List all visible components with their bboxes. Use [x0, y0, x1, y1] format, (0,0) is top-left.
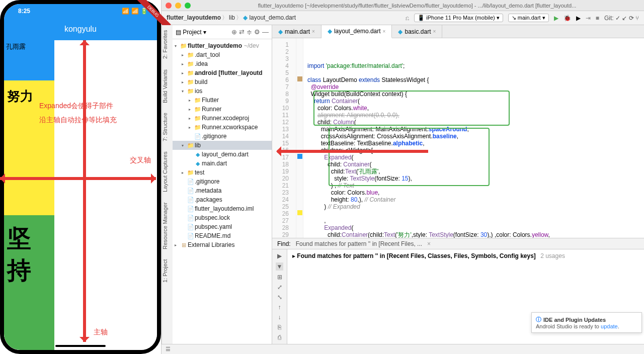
tree-row[interactable]: ▾📁lib	[173, 141, 272, 150]
breadcrumb[interactable]: flutter_layoutdemo〉lib〉◆ layout_demo.dar…	[167, 14, 296, 22]
tree-row[interactable]: ▸📁Runner	[173, 105, 272, 114]
tree-row[interactable]: 📄pubspec.lock	[173, 213, 272, 222]
window-title: flutter_layoutdemo [~/development/study/…	[258, 3, 577, 9]
fp-export-icon[interactable]: ⎘	[278, 324, 281, 331]
editor-tab[interactable]: ◆ basic.dart ×	[392, 25, 442, 38]
run-config-picker[interactable]: ↘ main.dart ▾	[508, 14, 549, 22]
fp-prev-icon[interactable]: ↑	[278, 304, 281, 311]
project-view-label[interactable]: ▤ Project ▾	[176, 29, 206, 36]
annotation-main-axis: 主轴	[94, 327, 108, 337]
fp-rerun-icon[interactable]: ▶	[277, 252, 282, 259]
tab-close-icon[interactable]: ×	[433, 29, 436, 34]
status-icons: 📶 📶 🔋	[122, 8, 148, 15]
tool-window-strip-left: 1: Project Resource Manager Layout Captu…	[162, 25, 173, 344]
annotation-arrow-vertical	[83, 40, 86, 342]
editor-tab[interactable]: ◆ main.dart ×	[272, 25, 321, 38]
fp-group-icon[interactable]: ⊞	[277, 274, 282, 281]
project-panel: ▤ Project ▾ ⊕ ⇄ ≑ ⚙ — ▾📁flutter_layoutde…	[173, 25, 272, 344]
fp-expand-icon[interactable]: ⤢	[277, 284, 282, 291]
tab-close-icon[interactable]: ×	[383, 29, 386, 34]
strip-favorites[interactable]: 2: Favorites	[162, 30, 173, 59]
tree-row[interactable]: 📄README.md	[173, 231, 272, 240]
locate-icon[interactable]: ⊕	[231, 28, 237, 36]
find-bar: Find: Found matches for pattern '' in [R…	[272, 238, 644, 249]
code-editor[interactable]: import 'package:flutter/material.dart'; …	[303, 38, 644, 238]
tree-row[interactable]: ◆layout_demo.dart	[173, 150, 272, 159]
results-usages: 2 usages	[540, 252, 565, 259]
tree-row[interactable]: ▸📁.dart_tool	[173, 50, 272, 59]
tree-row[interactable]: 📄.gitignore	[173, 132, 272, 141]
ide-toolbar: flutter_layoutdemo〉lib〉◆ layout_demo.dar…	[162, 11, 644, 25]
results-heading[interactable]: Found matches for pattern '' in [Recent …	[297, 252, 536, 259]
editor-area: ◆ main.dart ×◆ layout_demo.dart ×◆ basic…	[272, 25, 644, 344]
annotation-expanded-1: Expanded会使得子部件	[39, 101, 113, 111]
ide-window: flutter_layoutdemo [~/development/study/…	[161, 0, 644, 354]
marker-edit	[297, 76, 302, 81]
tree-row[interactable]: ▸📁Runner.xcworkspace	[173, 123, 272, 132]
run-icon[interactable]: ▶	[554, 15, 558, 22]
tree-row[interactable]: 📄.packages	[173, 195, 272, 204]
demo-box-green: 坚持	[4, 215, 54, 350]
annotation-arrow-to-lib	[277, 150, 428, 153]
window-maximize-button[interactable]	[185, 3, 191, 9]
tree-row[interactable]: ▸⊞External Libraries	[173, 240, 272, 249]
line-gutter[interactable]: 1234567891011121314151617181920212324252…	[272, 38, 296, 238]
marker-column	[296, 38, 303, 238]
tree-row[interactable]: 📄.gitignore	[173, 177, 272, 186]
gear-icon[interactable]: ⚙	[254, 28, 260, 36]
update-toast[interactable]: IDE and Plugin Updates Android Studio is…	[531, 312, 642, 333]
tree-row[interactable]: 📄pubspec.yaml	[173, 222, 272, 231]
find-summary: Found matches for pattern '' in [Recent …	[296, 240, 422, 247]
status-time: 8:25	[18, 8, 30, 15]
tree-row[interactable]: ▸📁Flutter	[173, 96, 272, 105]
tree-row[interactable]: ▸📁android [flutter_layoutd	[173, 68, 272, 77]
profile-icon[interactable]: ▶	[576, 15, 581, 22]
phone-status-bar: 8:25 📶 📶 🔋	[4, 4, 157, 18]
strip-layout-captures[interactable]: Layout Captures	[162, 151, 173, 192]
git-label: Git: ✓ ↙ ⟳ ⑂	[604, 15, 639, 22]
stop-icon[interactable]: ■	[596, 15, 599, 22]
window-titlebar: flutter_layoutdemo [~/development/study/…	[162, 0, 644, 11]
collapse-icon[interactable]: ≑	[247, 28, 252, 36]
expand-icon[interactable]: ⇄	[239, 28, 245, 36]
status-messages-icon[interactable]: ☰	[166, 346, 171, 352]
project-tree[interactable]: ▾📁flutter_layoutdemo~/dev▸📁.dart_tool▸📁.…	[173, 39, 272, 344]
demo-box-blue: 孔雨露	[4, 40, 54, 80]
tree-row[interactable]: 📄flutter_layoutdemo.iml	[173, 204, 272, 213]
hide-icon[interactable]: —	[262, 28, 269, 36]
attach-icon[interactable]: ⇥	[586, 15, 591, 22]
debug-icon[interactable]: 🐞	[564, 15, 571, 22]
device-picker[interactable]: 📱 iPhone 11 Pro Max (mobile) ▾	[414, 14, 503, 22]
fp-next-icon[interactable]: ↓	[278, 314, 281, 321]
editor-tab[interactable]: ◆ layout_demo.dart ×	[321, 25, 392, 38]
window-minimize-button[interactable]	[175, 3, 181, 9]
tree-row[interactable]: ▸📁.idea	[173, 59, 272, 68]
annotation-cross-axis: 交叉轴	[130, 155, 151, 165]
window-close-button[interactable]	[166, 3, 172, 9]
marker-yellow	[297, 210, 302, 215]
fp-filter-icon[interactable]: ▼	[276, 262, 284, 271]
tree-row[interactable]: ▸📁test	[173, 168, 272, 177]
strip-project[interactable]: 1: Project	[162, 259, 173, 283]
find-label: Find:	[277, 240, 291, 247]
editor-tabs: ◆ main.dart ×◆ layout_demo.dart ×◆ basic…	[272, 25, 644, 38]
tree-row[interactable]: ▾📁ios	[173, 86, 272, 96]
status-bar: ☰	[162, 344, 644, 354]
tab-close-icon[interactable]: ×	[312, 29, 315, 34]
fp-pin-icon[interactable]: ⎙	[278, 334, 281, 341]
strip-structure[interactable]: 7: Structure	[162, 113, 173, 142]
marker-blue	[297, 154, 302, 159]
tree-row[interactable]: ▾📁flutter_layoutdemo~/dev	[173, 41, 272, 50]
phone-simulator: 8:25 📶 📶 🔋 kongyulu 孔雨露 努力 坚持 DEBUG Expa…	[0, 0, 161, 354]
fp-collapse-icon[interactable]: ⤡	[277, 294, 282, 301]
tree-row[interactable]: ▸📁build	[173, 77, 272, 86]
tree-row[interactable]: 📄.metadata	[173, 186, 272, 195]
find-close-icon[interactable]: ×	[427, 240, 431, 247]
tree-row[interactable]: ▸📁Runner.xcodeproj	[173, 114, 272, 123]
toast-update-link[interactable]: update	[601, 323, 618, 329]
strip-resource-manager[interactable]: Resource Manager	[162, 202, 173, 249]
strip-build-variants[interactable]: Build Variants	[162, 69, 173, 103]
tree-row[interactable]: ◆main.dart	[173, 159, 272, 168]
add-config-icon[interactable]: ⎌	[406, 15, 409, 22]
toast-title: IDE and Plugin Updates	[536, 316, 637, 323]
